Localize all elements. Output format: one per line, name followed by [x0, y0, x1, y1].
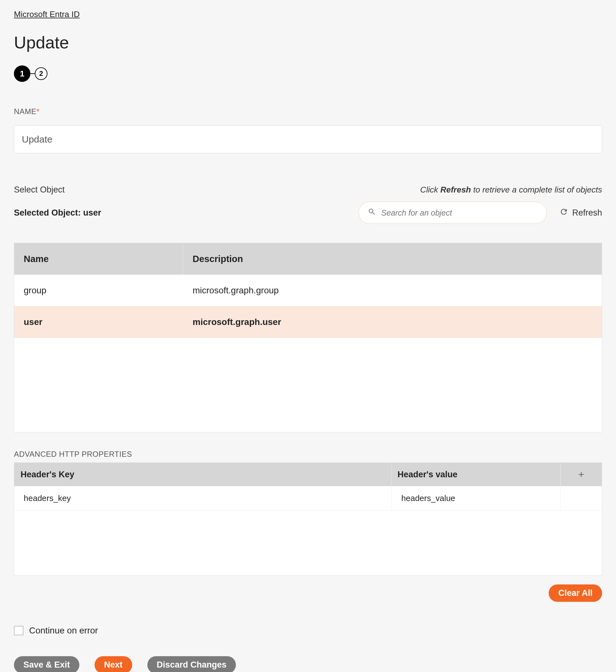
step-1[interactable]: 1	[14, 65, 30, 82]
table-row[interactable]: group microsoft.graph.group	[14, 275, 602, 306]
cell-val: headers_value	[392, 486, 561, 510]
advanced-label: ADVANCED HTTP PROPERTIES	[14, 450, 602, 459]
step-connector	[30, 73, 35, 74]
page-title: Update	[14, 33, 602, 52]
continue-on-error-checkbox[interactable]	[14, 626, 23, 635]
table-row[interactable]: user microsoft.graph.user	[14, 306, 602, 338]
refresh-hint: Click Refresh to retrieve a complete lis…	[420, 185, 602, 195]
cell-desc: microsoft.graph.user	[183, 317, 602, 327]
name-input[interactable]	[14, 125, 602, 153]
cell-name: group	[14, 285, 183, 296]
col-header-value[interactable]: Header's value	[392, 463, 561, 486]
cell-name: user	[14, 317, 183, 327]
search-icon	[368, 208, 376, 218]
refresh-button[interactable]: Refresh	[559, 207, 602, 218]
selected-object-label: Selected Object: user	[14, 208, 101, 218]
search-box[interactable]	[359, 202, 547, 224]
col-name-header[interactable]: Name	[14, 243, 183, 275]
step-2[interactable]: 2	[35, 67, 47, 80]
cell-desc: microsoft.graph.group	[183, 285, 602, 296]
stepper: 1 2	[14, 65, 602, 82]
cell-key: headers_key	[14, 486, 392, 510]
select-object-label: Select Object	[14, 185, 65, 195]
discard-changes-button[interactable]: Discard Changes	[147, 656, 236, 672]
objects-table-header: Name Description	[14, 243, 602, 275]
plus-icon: +	[578, 469, 584, 480]
breadcrumb-link[interactable]: Microsoft Entra ID	[14, 9, 80, 19]
continue-on-error-label: Continue on error	[29, 626, 98, 636]
objects-table: Name Description group microsoft.graph.g…	[14, 243, 602, 432]
refresh-icon	[559, 207, 568, 218]
headers-table-header: Header's Key Header's value +	[14, 463, 602, 486]
table-row[interactable]: headers_key headers_value	[14, 486, 602, 511]
headers-table: Header's Key Header's value + headers_ke…	[14, 462, 602, 576]
next-button[interactable]: Next	[94, 656, 132, 672]
col-desc-header[interactable]: Description	[183, 254, 602, 264]
name-label: NAME*	[14, 107, 602, 116]
col-header-key[interactable]: Header's Key	[14, 463, 392, 486]
add-header-button[interactable]: +	[561, 469, 602, 480]
refresh-label: Refresh	[572, 208, 602, 218]
save-exit-button[interactable]: Save & Exit	[14, 656, 79, 672]
clear-all-button[interactable]: Clear All	[549, 584, 602, 602]
search-input[interactable]	[381, 208, 538, 217]
